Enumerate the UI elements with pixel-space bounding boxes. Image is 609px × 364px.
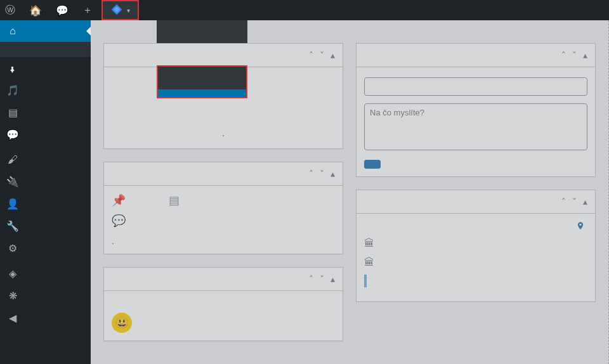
pin-icon: 📌 [112, 193, 126, 207]
save-draft-button[interactable] [364, 160, 381, 169]
brush-icon: 🖌 [6, 154, 19, 166]
sidebar-collapse[interactable]: ◀ [0, 307, 91, 329]
box-down-icon[interactable]: ˅ [572, 50, 577, 60]
box-toggle-icon[interactable]: ▴ [331, 274, 335, 284]
sidebar-sub-updates[interactable] [0, 49, 91, 57]
sidebar-item-pages[interactable]: ▤ [0, 101, 91, 124]
litespeed-icon [110, 3, 123, 18]
comment-icon: 💬 [112, 214, 126, 228]
ls-purge-all[interactable] [158, 67, 246, 74]
sidebar-item-litespeed[interactable]: ◈ [0, 263, 91, 285]
sidebar-item-dashboard[interactable]: ⌂ [0, 20, 91, 42]
comment-icon: 💬 [56, 4, 69, 16]
page-icon: ▤ [169, 193, 180, 207]
wrench-icon: 🔧 [6, 220, 19, 232]
sidebar-item-tools[interactable]: 🔧 [0, 215, 91, 237]
page-icon: ▤ [6, 107, 19, 119]
dashboard-icon: ⌂ [6, 25, 19, 37]
draft-title-input[interactable] [364, 77, 587, 96]
box-toggle-icon[interactable]: ▴ [331, 169, 335, 179]
box-down-icon[interactable]: ˅ [572, 197, 577, 207]
sidebar-item-fail2ban[interactable]: ❋ [0, 285, 91, 307]
sidebar-item-posts[interactable] [0, 60, 91, 79]
admin-sidebar: ⌂ 🎵 ▤ 💬 🖌 🔌 👤 🔧 ⚙ ◈ ❋ ◀ [0, 20, 91, 364]
box-toggle-icon[interactable]: ▴ [583, 197, 587, 207]
plug-icon: 🔌 [6, 176, 19, 188]
ls-purge-lscache[interactable] [158, 74, 246, 82]
box-toggle-icon[interactable]: ▴ [331, 50, 335, 60]
comment-icon: 💬 [6, 129, 19, 141]
box-down-icon[interactable]: ˅ [320, 50, 324, 60]
activity-box: ˄˅▴ 😃 [103, 267, 343, 341]
chevron-down-icon: ▾ [127, 7, 130, 14]
sidebar-item-plugins[interactable]: 🔌 [0, 171, 91, 193]
quick-draft-box: ˄˅▴ [356, 43, 596, 177]
at-a-glance-box: ˄˅▴ 📌 ▤ 💬 . [103, 162, 343, 254]
ls-menu-settings[interactable] [157, 28, 247, 36]
collapse-icon: ◀ [6, 312, 19, 324]
box-up-icon[interactable]: ˄ [561, 50, 566, 60]
box-down-icon[interactable]: ˅ [320, 169, 324, 179]
sidebar-sub-home[interactable] [0, 42, 91, 49]
events-box: ˄˅▴ 🏛 [356, 190, 596, 302]
box-up-icon[interactable]: ˄ [309, 50, 313, 60]
box-down-icon[interactable]: ˅ [320, 274, 324, 284]
ls-purge-opcode[interactable] [158, 89, 246, 97]
sidebar-item-appearance[interactable]: 🖌 [0, 149, 91, 171]
add-new[interactable]: ＋ [77, 0, 102, 20]
home-icon: 🏠 [29, 4, 42, 16]
litespeed-icon: ◈ [6, 268, 19, 280]
wordcamp-icon: 🏛 [364, 238, 374, 249]
admin-toolbar: ⓦ 🏠 💬 ＋ ▾ [0, 0, 609, 20]
media-icon: 🎵 [6, 84, 19, 96]
plus-icon: ＋ [82, 4, 93, 17]
box-up-icon[interactable]: ˄ [561, 197, 566, 207]
ls-menu-manage[interactable] [157, 20, 247, 28]
box-up-icon[interactable]: ˄ [309, 274, 313, 284]
sidebar-item-media[interactable]: 🎵 [0, 79, 91, 101]
pin-icon [6, 65, 19, 74]
box-toggle-icon[interactable]: ▴ [583, 50, 587, 60]
user-icon: 👤 [6, 198, 19, 210]
shield-icon: ❋ [6, 290, 19, 302]
comments-bubble[interactable]: 💬 [51, 0, 77, 20]
site-name[interactable]: 🏠 [24, 0, 51, 20]
sidebar-item-settings[interactable]: ⚙ [0, 237, 91, 259]
commenter-avatar: 😃 [112, 313, 132, 333]
sliders-icon: ⚙ [6, 242, 19, 254]
sidebar-item-comments[interactable]: 💬 [0, 124, 91, 146]
litespeed-toolbar-button[interactable]: ▾ [102, 0, 139, 20]
sidebar-item-users[interactable]: 👤 [0, 193, 91, 215]
litespeed-purge-submenu [157, 65, 247, 98]
draft-content-textarea[interactable] [364, 103, 587, 150]
litespeed-dropdown [157, 20, 247, 43]
ls-menu-image-opt[interactable] [157, 36, 247, 43]
wp-logo[interactable]: ⓦ [0, 0, 24, 20]
select-location-link[interactable] [576, 221, 587, 230]
ls-purge-cssjs[interactable] [158, 82, 246, 89]
wordcamp-icon: 🏛 [364, 257, 374, 268]
location-pin-icon [576, 221, 585, 230]
box-up-icon[interactable]: ˄ [309, 169, 313, 179]
